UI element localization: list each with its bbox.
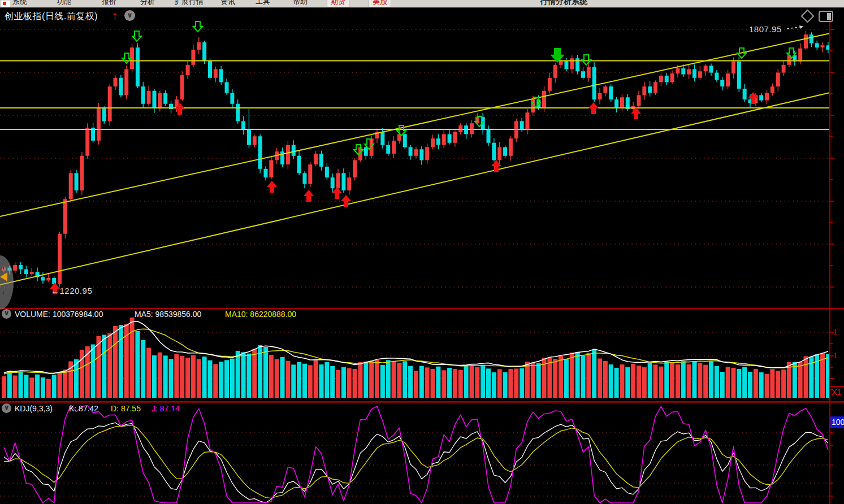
menu-item[interactable]: 功能 [57, 0, 71, 7]
edge-orange-arrow-icon [0, 272, 7, 281]
trend-up-arrow-icon: ↑ [112, 9, 118, 22]
kdj-k-value: K: 87.42 [69, 404, 98, 413]
chevron-up-icon: ‹ [2, 263, 5, 272]
symbol-title: 创业板指(日线.前复权) [5, 11, 98, 23]
volume-axis-partial-label: 1 [833, 352, 837, 360]
kdj-j-value: J: 87.14 [152, 404, 180, 413]
kdj-name: KDJ(9,3,3) [15, 404, 53, 413]
trading-terminal: { "menu": { "items": [ {"label": "系统", "… [0, 0, 844, 504]
menu-item[interactable]: 美股 [369, 0, 391, 7]
menu-item[interactable]: 分析 [140, 0, 155, 7]
app-logo-icon [1, 1, 10, 7]
menu-item[interactable]: 报价 [102, 0, 116, 7]
chart-canvas[interactable] [0, 0, 844, 504]
kdj-panel-header: ∨ KDJ(9,3,3) K: 87.42 D: 87.55 J: 87.14 [0, 403, 844, 414]
menu-bar: 系统功能报价分析扩展行情资讯工具帮助期货美股行情分析系统 [0, 0, 844, 8]
diamond-icon[interactable] [800, 9, 814, 23]
collapse-volume-button[interactable]: ∨ [2, 309, 11, 319]
volume-axis-partial-label: 1 [833, 328, 837, 336]
menu-item[interactable]: 系统 [12, 0, 27, 7]
chart-title-bar: 创业板指(日线.前复权) ↑ ∨ [0, 8, 844, 24]
menu-item[interactable]: 期货 [327, 0, 349, 7]
low-price-label: ←1220.95 [51, 286, 92, 296]
split-window-icon[interactable] [819, 11, 833, 22]
chevron-down-icon: ‹ [2, 288, 5, 297]
volume-value: VOLUME: 100376984.00 [15, 310, 103, 319]
candlestick-layer [2, 31, 830, 286]
collapse-kdj-button[interactable]: ∨ [2, 403, 11, 413]
volume-multiplier-badge: X1 [832, 388, 841, 397]
volume-panel-header: ∨ VOLUME: 100376984.00 MA5: 98539856.00 … [0, 309, 844, 319]
volume-ma5-value: MA5: 98539856.00 [135, 310, 201, 319]
volume-ma10-value: MA10: 86220888.00 [225, 310, 296, 319]
volume-bars [2, 318, 830, 398]
menu-item[interactable]: 资讯 [220, 0, 235, 7]
collapse-main-chart-button[interactable]: ∨ [124, 10, 135, 21]
menu-item[interactable]: 工具 [256, 0, 270, 7]
kdj-d-value: D: 87.55 [111, 404, 141, 413]
menu-item[interactable]: 帮助 [293, 0, 308, 7]
kdj-lines [4, 405, 828, 503]
window-title: 行情分析系统 [540, 0, 587, 7]
kdj-scale-badge: 100 [830, 416, 844, 428]
high-price-label: 1807.95 [749, 24, 782, 34]
menu-item[interactable]: 扩展行情 [174, 0, 204, 7]
